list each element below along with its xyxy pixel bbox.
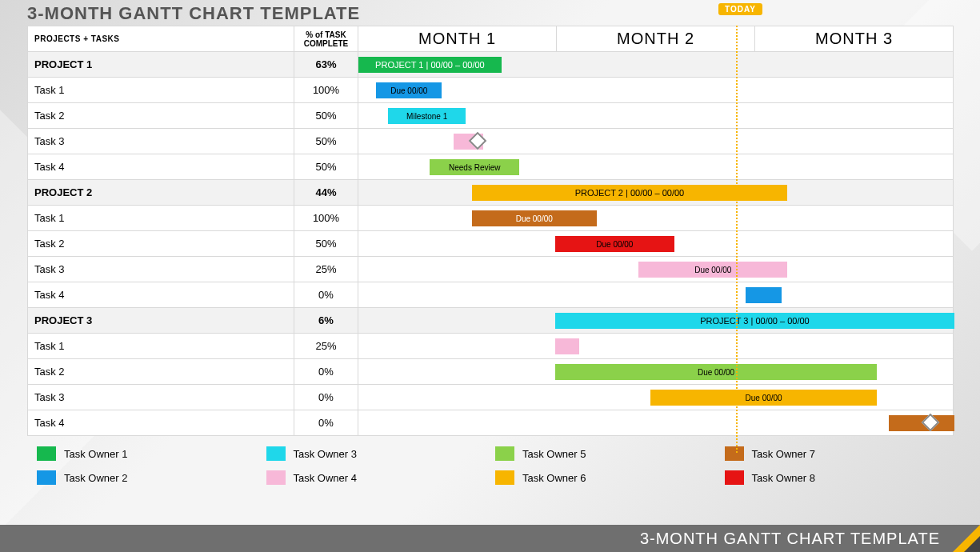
- row-pct: 100%: [294, 206, 358, 231]
- page-title: 3-MONTH GANTT CHART TEMPLATE: [27, 3, 360, 24]
- row-pct: 100%: [294, 78, 358, 103]
- row-timeline: PROJECT 2 | 00/00 – 00/00: [358, 180, 954, 206]
- legend-label: Task Owner 3: [294, 448, 357, 460]
- legend-swatch-icon: [266, 470, 286, 485]
- bar-label: PROJECT 3 | 00/00 – 00/00: [700, 316, 810, 326]
- task-row: Task 250%Due 00/00: [28, 231, 954, 257]
- gantt-bar[interactable]: PROJECT 1 | 00/00 – 00/00: [358, 57, 502, 73]
- gantt-table: PROJECTS + TASKS % of TASK COMPLETE MONT…: [27, 26, 954, 436]
- legend-swatch-icon: [725, 470, 744, 485]
- legend-item: Task Owner 1: [37, 444, 266, 463]
- row-name: Task 2: [28, 359, 294, 385]
- gantt-bar[interactable]: Due 00/00: [555, 364, 877, 380]
- today-line: [736, 26, 738, 453]
- gantt-bar[interactable]: Due 00/00: [555, 236, 674, 252]
- gantt-bar[interactable]: Due 00/00: [472, 210, 597, 226]
- gantt-bar[interactable]: [746, 287, 782, 303]
- legend-swatch-icon: [495, 446, 514, 461]
- legend-label: Task Owner 2: [64, 472, 127, 484]
- task-row: Task 250%Milestone 1: [28, 103, 954, 129]
- row-pct: 0%: [294, 385, 358, 410]
- row-name: Task 4: [28, 410, 294, 436]
- row-pct: 25%: [294, 257, 358, 282]
- row-name: Task 1: [28, 334, 294, 359]
- task-row: Task 450%Needs Review: [28, 154, 954, 180]
- today-label: TODAY: [718, 3, 762, 15]
- row-timeline: Due 00/00: [358, 78, 954, 103]
- task-row: Task 20%Due 00/00: [28, 359, 954, 385]
- legend-item: Task Owner 4: [266, 468, 496, 487]
- row-timeline: [358, 410, 954, 436]
- row-timeline: Milestone 1: [358, 103, 954, 129]
- project-row: PROJECT 244%PROJECT 2 | 00/00 – 00/00: [28, 180, 954, 206]
- gantt-bar[interactable]: [555, 338, 579, 354]
- row-name: PROJECT 1: [28, 52, 294, 78]
- task-row: Task 1100%Due 00/00: [28, 78, 954, 103]
- row-name: Task 2: [28, 231, 294, 257]
- row-pct: 0%: [294, 282, 358, 308]
- gantt-bar[interactable]: PROJECT 3 | 00/00 – 00/00: [555, 313, 954, 329]
- row-pct: 25%: [294, 334, 358, 359]
- row-pct: 63%: [294, 52, 358, 78]
- row-timeline: PROJECT 1 | 00/00 – 00/00: [358, 52, 954, 78]
- footer-accent2-icon: [964, 536, 980, 552]
- bar-label: Due 00/00: [698, 368, 734, 377]
- bar-label: PROJECT 2 | 00/00 – 00/00: [575, 188, 685, 198]
- row-name: Task 2: [28, 103, 294, 129]
- row-pct: 44%: [294, 180, 358, 206]
- task-row: Task 40%: [28, 282, 954, 308]
- row-pct: 0%: [294, 359, 358, 385]
- legend-item: Task Owner 7: [725, 444, 954, 463]
- row-pct: 6%: [294, 308, 358, 334]
- row-name: PROJECT 3: [28, 308, 294, 334]
- project-row: PROJECT 36%PROJECT 3 | 00/00 – 00/00: [28, 308, 954, 334]
- legend-label: Task Owner 5: [522, 448, 586, 460]
- bar-label: Due 00/00: [596, 240, 633, 249]
- task-row: Task 325%Due 00/00: [28, 257, 954, 282]
- header-month-3: MONTH 3: [755, 26, 954, 52]
- bar-label: Due 00/00: [694, 266, 731, 274]
- row-pct: 50%: [294, 129, 358, 154]
- bar-label: Milestone 1: [406, 112, 447, 121]
- legend-label: Task Owner 7: [752, 448, 815, 460]
- legend-item: Task Owner 2: [37, 468, 266, 487]
- bar-label: Needs Review: [449, 163, 500, 172]
- legend-item: Task Owner 8: [725, 468, 954, 487]
- legend-label: Task Owner 8: [752, 472, 815, 484]
- legend-swatch-icon: [495, 470, 514, 485]
- row-timeline: [358, 129, 954, 154]
- footer-title: 3-MONTH GANTT CHART TEMPLATE: [640, 530, 940, 548]
- bar-label: Due 00/00: [390, 86, 427, 95]
- gantt-page: 3-MONTH GANTT CHART TEMPLATE PROJECTS + …: [27, 2, 954, 487]
- gantt-bar[interactable]: Due 00/00: [650, 390, 877, 406]
- row-timeline: Due 00/00: [358, 206, 954, 231]
- legend-swatch-icon: [37, 446, 56, 461]
- row-timeline: Due 00/00: [358, 257, 954, 282]
- row-pct: 50%: [294, 231, 358, 257]
- legend-label: Task Owner 4: [294, 472, 357, 484]
- header-month-2: MONTH 2: [557, 26, 755, 52]
- legend-swatch-icon: [37, 470, 56, 485]
- row-pct: 50%: [294, 154, 358, 180]
- footer-bar: 3-MONTH GANTT CHART TEMPLATE: [0, 525, 980, 552]
- row-timeline: Due 00/00: [358, 385, 954, 410]
- row-timeline: Needs Review: [358, 154, 954, 180]
- gantt-bar[interactable]: PROJECT 2 | 00/00 – 00/00: [472, 185, 788, 201]
- row-name: PROJECT 2: [28, 180, 294, 206]
- row-timeline: Due 00/00: [358, 359, 954, 385]
- task-row: Task 40%: [28, 410, 954, 436]
- row-pct: 0%: [294, 410, 358, 436]
- gantt-bar[interactable]: Due 00/00: [376, 82, 442, 98]
- row-timeline: [358, 334, 954, 359]
- legend-label: Task Owner 6: [522, 472, 586, 484]
- legend-swatch-icon: [266, 446, 286, 461]
- gantt-bar[interactable]: Due 00/00: [638, 262, 787, 278]
- header-pct-complete: % of TASK COMPLETE: [294, 26, 358, 52]
- bar-label: Due 00/00: [746, 394, 782, 402]
- row-name: Task 3: [28, 129, 294, 154]
- row-name: Task 4: [28, 282, 294, 308]
- gantt-bar[interactable]: Needs Review: [430, 159, 519, 175]
- gantt-bar[interactable]: Milestone 1: [388, 108, 466, 124]
- project-row: PROJECT 163%PROJECT 1 | 00/00 – 00/00: [28, 52, 954, 78]
- legend-item: Task Owner 6: [495, 468, 725, 487]
